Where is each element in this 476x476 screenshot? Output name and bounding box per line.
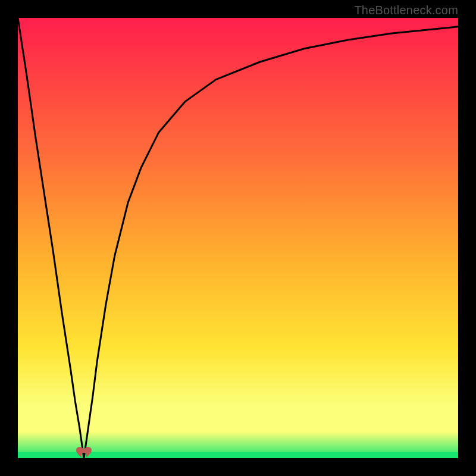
bottleneck-curve <box>18 18 458 458</box>
plot-area <box>18 18 458 458</box>
watermark-text: TheBottleneck.com <box>354 4 458 17</box>
optimum-marker-heart-icon <box>76 445 92 462</box>
